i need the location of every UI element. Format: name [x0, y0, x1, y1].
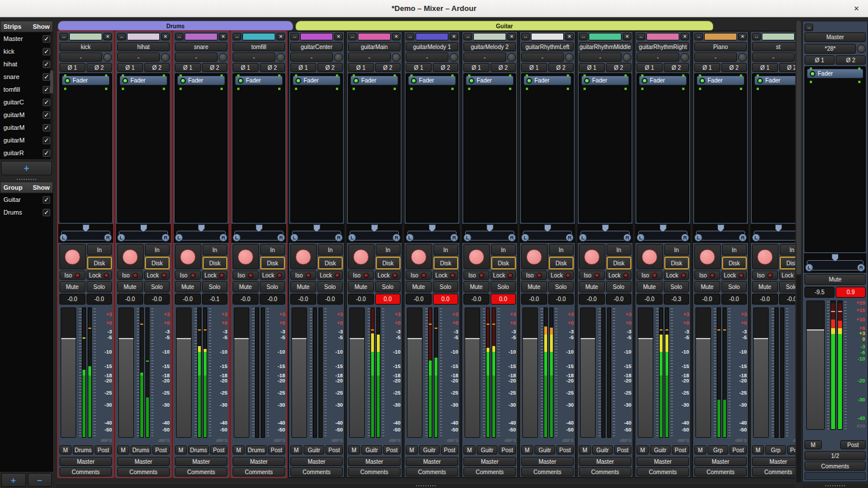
processor-box[interactable]: Fader: [59, 73, 112, 223]
trim-knob[interactable]: [161, 53, 170, 62]
comments-button[interactable]: Comments: [406, 467, 458, 476]
trim-button[interactable]: -: [521, 52, 564, 62]
processor-active-led[interactable]: [526, 78, 532, 84]
fader-processor-button[interactable]: Fader: [350, 76, 398, 85]
sidebar-strip-row[interactable]: guitarM✓: [0, 121, 53, 134]
comments-button[interactable]: Comments: [694, 467, 747, 476]
trim-button[interactable]: -: [637, 52, 679, 62]
gain-display[interactable]: -0.0: [752, 294, 778, 305]
sidebar-strip-row[interactable]: guitarM✓: [0, 134, 53, 147]
horizontal-scrollbar[interactable]: [56, 483, 795, 488]
record-arm-button[interactable]: [406, 244, 432, 269]
pan-right-button[interactable]: R: [623, 234, 631, 242]
solo-button[interactable]: Solo: [606, 281, 632, 292]
channel-fader[interactable]: [61, 307, 76, 438]
solo-button[interactable]: Solo: [664, 281, 690, 292]
metering-point-button[interactable]: Post: [326, 445, 343, 455]
processor-box[interactable]: Fader: [521, 73, 574, 223]
fader-processor-button[interactable]: Fader: [235, 76, 283, 85]
mute-button[interactable]: Mute: [233, 281, 259, 292]
fader-lock-button[interactable]: Lock: [144, 271, 170, 280]
strip-width-button[interactable]: ↔: [805, 24, 813, 31]
pan-right-button[interactable]: R: [277, 234, 285, 242]
processor-box[interactable]: Fader: [117, 73, 170, 223]
fader-lock-button[interactable]: Lock: [779, 271, 796, 280]
pan-left-button[interactable]: L: [752, 234, 760, 242]
peak-display[interactable]: 0.9: [836, 287, 866, 298]
fader-handle[interactable]: [350, 338, 364, 339]
metering-point-button[interactable]: Post: [268, 445, 285, 455]
monitor-input-button[interactable]: In: [780, 244, 796, 256]
mute-button[interactable]: Mute: [579, 281, 605, 292]
narrow-button[interactable]: M: [805, 440, 822, 449]
sidebar-strip-row[interactable]: snare✓: [0, 70, 53, 83]
phase-2-button[interactable]: Ø 2: [202, 63, 228, 72]
output-button[interactable]: Master: [348, 457, 401, 466]
scrollbar-thumb[interactable]: [50, 70, 53, 93]
fader-processor-button[interactable]: Fader: [62, 76, 110, 85]
comments-button[interactable]: Comments: [348, 467, 401, 476]
channel-fader[interactable]: [118, 307, 134, 438]
phase-1-button[interactable]: Ø 1: [752, 63, 778, 72]
processor-active-led[interactable]: [411, 78, 417, 84]
phase-1-button[interactable]: Ø 1: [805, 55, 835, 65]
phase-1-button[interactable]: Ø 1: [521, 63, 547, 72]
processor-box[interactable]: Fader: [637, 73, 689, 223]
group-button[interactable]: Drums: [73, 445, 93, 455]
pan-widget[interactable]: LR: [693, 224, 748, 243]
strip-name-button[interactable]: hihat: [117, 42, 170, 51]
group-button[interactable]: Guitr: [419, 445, 440, 455]
fader-lock-button[interactable]: Lock: [87, 271, 113, 280]
monitor-disk-button[interactable]: Disk: [376, 257, 401, 269]
strip-close-button[interactable]: ✕: [507, 33, 516, 40]
solo-isolate-button[interactable]: Iso: [579, 271, 605, 280]
output-button[interactable]: Master: [463, 457, 516, 466]
mute-button[interactable]: Mute: [752, 281, 778, 292]
peak-display[interactable]: -0.0: [779, 294, 796, 305]
track-color-chip[interactable]: [416, 33, 448, 40]
record-arm-button[interactable]: [290, 244, 317, 269]
output-button[interactable]: Master: [117, 457, 170, 466]
phase-1-button[interactable]: Ø 1: [348, 63, 374, 72]
pan-left-button[interactable]: L: [290, 234, 298, 242]
strip-close-button[interactable]: ✕: [565, 33, 574, 40]
solo-isolate-button[interactable]: Iso: [290, 271, 316, 280]
trim-knob[interactable]: [680, 53, 689, 62]
fader-processor-button[interactable]: Fader: [581, 76, 629, 85]
trim-knob[interactable]: [276, 53, 285, 62]
trim-knob[interactable]: [103, 53, 112, 62]
monitor-input-button[interactable]: In: [203, 244, 228, 256]
phase-1-button[interactable]: Ø 1: [175, 63, 201, 72]
fader-handle[interactable]: [465, 338, 480, 339]
record-arm-button[interactable]: [348, 244, 375, 269]
pan-widget[interactable]: LR: [231, 224, 286, 243]
mute-button[interactable]: Mute: [805, 274, 866, 285]
output-button[interactable]: Master: [521, 457, 574, 466]
processor-box[interactable]: Fader: [348, 73, 401, 223]
fader-processor-button[interactable]: Fader: [177, 76, 225, 85]
fader-processor-button[interactable]: Fader: [293, 76, 341, 85]
fader-processor-button[interactable]: Fader: [119, 76, 167, 85]
sidebar-group-row[interactable]: Guitar✓: [0, 193, 53, 206]
group-button[interactable]: Drums: [246, 445, 267, 455]
fader-handle[interactable]: [523, 338, 537, 339]
record-arm-button[interactable]: [637, 244, 663, 269]
pan-right-button[interactable]: R: [104, 234, 112, 242]
trim-knob[interactable]: [857, 44, 866, 53]
strip-width-button[interactable]: ↔: [579, 33, 588, 40]
strip-close-button[interactable]: ✕: [219, 33, 227, 40]
strip-close-button[interactable]: ✕: [680, 33, 689, 40]
solo-button[interactable]: Solo: [202, 281, 228, 292]
track-color-chip[interactable]: [242, 33, 275, 40]
mute-button[interactable]: Mute: [175, 281, 201, 292]
pan-left-button[interactable]: L: [59, 234, 68, 242]
sidebar-splitter[interactable]: [0, 177, 53, 182]
fader-handle[interactable]: [177, 338, 191, 339]
monitor-input-button[interactable]: In: [145, 244, 170, 256]
phase-2-button[interactable]: Ø 2: [433, 63, 459, 72]
strip-close-button[interactable]: ✕: [738, 33, 747, 40]
mute-button[interactable]: Mute: [59, 281, 85, 292]
metering-point-button[interactable]: Post: [840, 440, 866, 449]
group-visibility-checkbox[interactable]: ✓: [43, 209, 50, 216]
peak-display[interactable]: -0.0: [87, 294, 113, 305]
